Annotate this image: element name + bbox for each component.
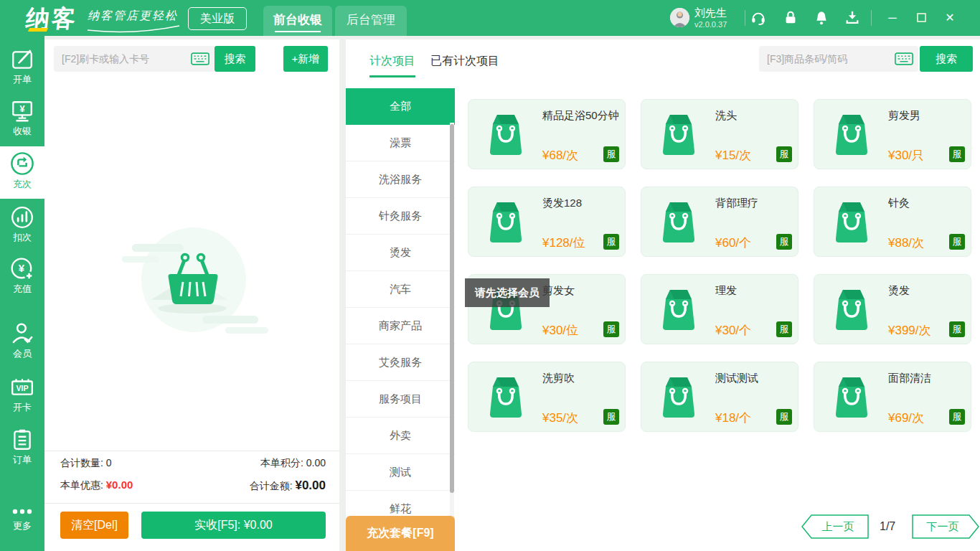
shopping-bag-icon [660,374,697,420]
sidebar-item-deduct-count[interactable]: 扣次 [0,201,44,250]
sidebar-item-recharge-count[interactable]: 充次 [0,146,44,199]
member-icon [10,321,34,346]
service-badge: 服 [949,321,965,337]
sidebar-item-label: 更多 [0,519,44,532]
category-list: 全部 澡票 洗浴服务 针灸服务 烫发 汽车 [346,88,455,527]
sidebar-item-cashier[interactable]: ¥ 收银 [0,95,44,143]
product-card[interactable]: 洗头 ¥15/次 服 [641,99,798,169]
support-headset-icon[interactable] [750,10,766,26]
product-card[interactable]: 剪发男 ¥30/只 服 [814,99,971,169]
sidebar-item-more[interactable]: 更多 [0,501,44,537]
discount-group: 本单优惠: ¥0.00 [60,479,133,493]
tab-label: 计次项目 [369,55,415,67]
lock-icon[interactable] [783,10,798,26]
product-card[interactable]: 烫发128 ¥128/位 服 [468,187,626,257]
category-item[interactable]: 测试 [346,454,455,491]
logo-accent [28,28,48,32]
bell-icon[interactable] [814,10,829,26]
product-name: 针灸 [888,197,910,210]
checkout-button[interactable]: 实收[F5]: ¥0.00 [141,512,326,539]
shopping-bag-icon [660,199,697,245]
category-item[interactable]: 洗浴服务 [346,161,455,198]
summary-divider [44,503,339,504]
qty-label: 合计数量: [60,457,103,468]
product-card[interactable]: 理发 ¥30/个 服 [641,274,798,344]
close-icon[interactable]: ✕ [941,9,958,27]
sidebar-item-label: 开单 [0,73,44,86]
service-badge: 服 [603,409,619,425]
service-badge: 服 [949,409,965,425]
prev-page-button[interactable]: 上一页 [801,514,870,539]
shopping-bag-icon [487,374,524,420]
add-member-button[interactable]: +新增 [283,46,328,72]
maximize-icon[interactable] [913,9,930,27]
tab-back-manage[interactable]: 后台管理 [335,6,407,36]
category-item[interactable]: 针灸服务 [346,198,455,235]
category-label: 商家产品 [379,319,422,331]
barcode-search-button[interactable]: 搜索 [920,46,973,72]
recharge-count-icon [9,151,35,176]
sidebar-item-billing[interactable]: 开单 [0,43,44,92]
product-card[interactable]: 背部理疗 ¥60/个 服 [641,187,798,257]
product-card[interactable]: 烫发 ¥399/次 服 [814,274,971,344]
product-card[interactable]: 测试测试 ¥18/个 服 [641,362,798,432]
count-package-button[interactable]: 充次套餐[F9] [346,516,455,551]
user-avatar[interactable] [670,8,689,27]
tagline-swoosh [86,24,181,34]
edition-badge[interactable]: 美业版 [188,7,247,30]
sidebar-item-open-card[interactable]: VIP 开卡 [0,371,44,420]
main-sidebar: 开单 ¥ 收银 充次 扣次 [0,36,44,551]
product-price: ¥69/次 [888,410,924,426]
product-card[interactable]: 精品足浴50分钟 ¥68/次 服 [468,99,626,169]
qty-value: 0 [106,457,112,468]
sidebar-item-orders[interactable]: 订单 [0,423,44,472]
shopping-bag-icon [487,111,524,157]
product-name: 精品足浴50分钟 [542,109,619,123]
header-divider [745,10,745,26]
tab-existing-count-items[interactable]: 已有计次项目 [430,54,499,69]
tab-front-cashier[interactable]: 前台收银 [263,6,332,36]
service-badge: 服 [603,146,619,162]
category-label: 测试 [390,466,411,478]
category-item[interactable]: 服务项目 [346,381,455,418]
shopping-bag-icon [833,111,870,157]
points-value: 0.00 [306,457,326,468]
product-price: ¥68/次 [542,147,578,164]
select-member-tooltip: 请先选择会员 [465,278,550,307]
category-item[interactable]: 烫发 [346,235,455,271]
sidebar-item-label: 扣次 [0,231,44,244]
next-page-button[interactable]: 下一页 [911,514,980,539]
category-item[interactable]: 全部 [346,88,455,125]
keyboard-icon[interactable] [191,52,209,65]
category-item[interactable]: 汽车 [346,271,455,308]
category-item[interactable]: 艾灸服务 [346,344,455,381]
category-item[interactable]: 外卖 [346,418,455,454]
shopping-bag-icon [833,199,870,245]
card-search-button[interactable]: 搜索 [215,46,255,72]
download-icon[interactable] [844,10,860,26]
product-card[interactable]: 面部清洁 ¥69/次 服 [814,362,971,432]
product-card[interactable]: 针灸 ¥88/次 服 [814,187,971,257]
order-list-icon [10,428,34,452]
points-group: 本单积分: 0.00 [260,457,326,470]
shopping-bag-icon [833,286,870,332]
category-scrollbar-thumb[interactable] [450,124,454,493]
sidebar-item-member[interactable]: 会员 [0,317,44,366]
vip-card-icon: VIP [10,375,34,400]
sidebar-item-topup[interactable]: ¥ 充值 [0,253,44,301]
barcode-search-box [759,46,918,72]
keyboard-icon[interactable] [895,52,913,65]
category-item[interactable]: 澡票 [346,125,455,161]
tab-label: 已有计次项目 [430,55,499,67]
minimize-icon[interactable]: ─ [884,9,901,27]
discount-label: 本单优惠: [60,479,103,491]
product-card[interactable]: 洗剪吹 ¥35/次 服 [468,362,626,432]
service-badge: 服 [776,146,792,162]
product-name: 面部清洁 [888,372,931,385]
tab-count-items[interactable]: 计次项目 [369,54,415,69]
qty-group: 合计数量: 0 [60,457,112,470]
category-item[interactable]: 商家产品 [346,308,455,344]
topup-icon: ¥ [10,257,34,281]
sidebar-item-label: 订单 [0,453,44,466]
clear-button[interactable]: 清空[Del] [60,512,128,539]
